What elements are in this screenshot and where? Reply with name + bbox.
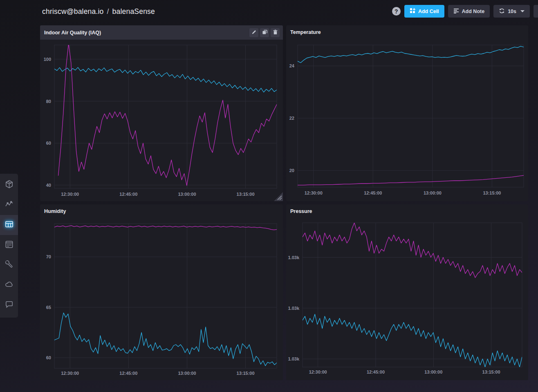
trash-icon xyxy=(273,29,278,36)
cell-pressure: Pressure 12:30:0012:45:0013:00:0013:15:0… xyxy=(286,204,528,380)
svg-text:13:00:00: 13:00:00 xyxy=(424,370,442,374)
wrench-icon xyxy=(4,260,14,271)
auto-refresh-dropdown[interactable]: 10s xyxy=(493,5,530,18)
note-lines-icon xyxy=(453,8,459,15)
svg-text:12:45:00: 12:45:00 xyxy=(367,370,385,374)
svg-text:13:00:00: 13:00:00 xyxy=(178,192,196,197)
svg-text:40: 40 xyxy=(46,183,51,188)
cloud-icon xyxy=(4,280,14,291)
svg-text:1.03k: 1.03k xyxy=(288,306,299,311)
svg-text:13:00:00: 13:00:00 xyxy=(424,190,442,195)
svg-text:12:45:00: 12:45:00 xyxy=(119,371,137,376)
svg-text:22: 22 xyxy=(289,116,294,121)
svg-text:12:45:00: 12:45:00 xyxy=(119,192,137,197)
svg-text:70: 70 xyxy=(46,254,51,259)
dashboard-page: chriscw@balena.io / balenaSense ? Add Ce… xyxy=(0,0,538,392)
sidebar-item-admin[interactable] xyxy=(0,255,18,275)
side-navigation xyxy=(0,174,18,318)
svg-text:65: 65 xyxy=(46,305,51,310)
svg-text:1.03k: 1.03k xyxy=(288,356,299,361)
pressure-chart[interactable]: 12:30:0012:45:0013:00:0013:15:001.03k1.0… xyxy=(286,204,528,380)
sidebar-item-alerts[interactable] xyxy=(0,235,18,255)
sidebar-item-explore[interactable] xyxy=(0,195,18,215)
delete-cell-button[interactable] xyxy=(271,28,280,37)
temperature-chart[interactable]: 12:30:0012:45:0013:00:0013:15:00242220 xyxy=(286,25,528,201)
svg-text:24: 24 xyxy=(289,63,295,68)
svg-text:60: 60 xyxy=(46,355,51,360)
add-cell-button[interactable]: Add Cell xyxy=(404,5,444,18)
svg-text:12:30:00: 12:30:00 xyxy=(61,192,79,197)
svg-text:12:30:00: 12:30:00 xyxy=(61,371,79,376)
svg-text:80: 80 xyxy=(46,99,51,104)
svg-text:13:00:00: 13:00:00 xyxy=(178,371,196,376)
chat-bubble-icon xyxy=(4,300,14,311)
svg-text:60: 60 xyxy=(46,141,51,146)
pulse-graph-icon xyxy=(4,199,14,211)
svg-text:13:15:00: 13:15:00 xyxy=(483,190,501,195)
cell-resize-handle[interactable] xyxy=(274,192,283,201)
duplicate-cell-button[interactable] xyxy=(260,28,269,37)
edit-cell-button[interactable] xyxy=(249,28,258,37)
cell-humidity: Humidity 12:30:0012:45:0013:00:0013:15:0… xyxy=(40,204,283,380)
svg-text:12:45:00: 12:45:00 xyxy=(364,190,382,195)
chevron-down-icon xyxy=(520,10,525,12)
calendar-icon xyxy=(4,240,14,251)
svg-text:12:30:00: 12:30:00 xyxy=(305,190,323,195)
sidebar-item-cloud[interactable] xyxy=(0,275,18,295)
iaq-chart[interactable]: 12:30:0012:45:0013:00:0013:15:0010080604… xyxy=(40,40,283,201)
refresh-icon xyxy=(499,8,505,15)
help-icon[interactable]: ? xyxy=(392,7,401,16)
top-header: chriscw@balena.io / balenaSense ? Add Ce… xyxy=(0,0,538,23)
add-note-button[interactable]: Add Note xyxy=(448,5,490,18)
sidebar-item-feedback[interactable] xyxy=(0,295,18,315)
svg-text:12:30:00: 12:30:00 xyxy=(309,370,327,374)
dashboards-grid-icon xyxy=(4,220,14,231)
add-cell-icon xyxy=(410,8,415,15)
dashboard-title[interactable]: balenaSense xyxy=(112,7,155,16)
svg-text:13:15:00: 13:15:00 xyxy=(237,371,255,376)
cell-drag-header[interactable]: Indoor Air Quality (IAQ) xyxy=(40,25,283,40)
breadcrumb-user-link[interactable]: chriscw@balena.io xyxy=(42,7,104,16)
time-range-dropdown-partial[interactable]: P xyxy=(534,5,538,18)
sidebar-item-home[interactable] xyxy=(0,175,18,195)
duplicate-icon xyxy=(262,29,267,36)
cell-indoor-air-quality: Indoor Air Quality (IAQ) xyxy=(40,25,283,201)
humidity-chart[interactable]: 12:30:0012:45:0013:00:0013:15:00706560 xyxy=(40,204,283,380)
cell-title: Indoor Air Quality (IAQ) xyxy=(44,30,101,36)
svg-text:13:15:00: 13:15:00 xyxy=(237,192,255,197)
svg-text:1.03k: 1.03k xyxy=(288,255,299,260)
cell-temperature: Temperature 12:30:0012:45:0013:00:0013:1… xyxy=(286,25,528,201)
breadcrumb: chriscw@balena.io / balenaSense xyxy=(42,0,155,23)
svg-text:20: 20 xyxy=(289,168,294,173)
svg-text:13:15:00: 13:15:00 xyxy=(482,370,500,374)
header-actions: ? Add Cell xyxy=(392,5,538,18)
breadcrumb-separator: / xyxy=(107,7,109,16)
cell-actions xyxy=(249,28,280,37)
pencil-icon xyxy=(251,29,257,36)
svg-text:100: 100 xyxy=(44,57,51,62)
sidebar-item-dashboards[interactable] xyxy=(0,215,18,235)
logo-cube-icon xyxy=(4,179,14,190)
